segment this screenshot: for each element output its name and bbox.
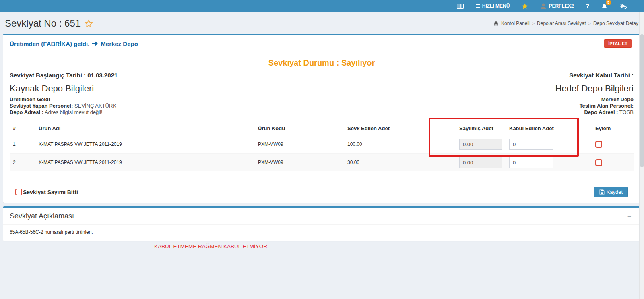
accept-date-label: Sevkiyat Kabul Tarihi : [569, 72, 634, 79]
notification-badge: 5 [606, 0, 611, 5]
username-label: PERFLEX2 [549, 3, 574, 9]
target-address-label: Depo Adresi : [584, 109, 618, 115]
row-action-checkbox[interactable] [595, 159, 602, 166]
breadcrumb-middle-label: Depolar Arası Sevkiyat [537, 21, 586, 26]
grid-icon [457, 4, 464, 9]
col-header-accepted: Kabul Edilen Adet [506, 122, 574, 135]
source-address-value: Adres bilgisi mevut değil! [45, 109, 103, 115]
user-icon [540, 3, 547, 9]
shipment-route-title: Üretimden (FABRİKA) geldi. Merkez Depo [10, 40, 138, 47]
table-row: 2 X-MAT PASPAS VW JETTA 2011-2019 PXM-VW… [10, 154, 634, 172]
col-header-no: # [10, 122, 35, 135]
cancel-shipment-button[interactable]: İPTAL ET [604, 39, 632, 48]
shipment-panel-footer: Sevkiyat Sayımı Bitti Kaydet [3, 182, 640, 203]
save-button[interactable]: Kaydet [594, 187, 628, 197]
breadcrumb-home[interactable]: Kontol Paneli [493, 21, 530, 26]
arrow-right-icon [92, 41, 98, 46]
source-origin: Üretimden Geldi [10, 96, 116, 103]
col-header-name: Ürün Adı [35, 122, 255, 135]
sidebar-toggle-icon[interactable] [3, 1, 16, 11]
row-sent-qty: 30.00 [344, 154, 456, 172]
row-sent-qty: 100.00 [344, 135, 456, 154]
quick-menu-label: HIZLI MENÜ [482, 3, 510, 9]
annotation-note: KABUL ETMEME RAĞMEN KABUL ETMİYOR [154, 243, 267, 249]
shipment-panel-header: Üretimden (FABRİKA) geldi. Merkez Depo İ… [3, 35, 640, 51]
table-header-row: # Ürün Adı Ürün Kodu Sevk Edilen Adet Sa… [10, 122, 634, 135]
counted-qty-input [459, 157, 502, 168]
favorites-button[interactable] [522, 3, 528, 9]
page-title: Sevkiyat No : 651 [5, 18, 93, 29]
save-button-label: Kaydet [607, 189, 623, 195]
row-action-checkbox[interactable] [595, 141, 602, 148]
source-personnel-value: SEVİNÇ AKTÜRK [74, 103, 116, 109]
breadcrumb-current: Depo Sevkiyat Detay [588, 21, 639, 26]
shipment-description-panel: Sevkiyat Açıklaması − 65A-65B-56C-2 numa… [3, 206, 640, 241]
row-product-code: PXM-VW09 [255, 154, 344, 172]
accepted-qty-input[interactable] [509, 139, 553, 150]
table-row: 1 X-MAT PASPAS VW JETTA 2011-2019 PXM-VW… [10, 135, 634, 154]
vertical-scrollbar[interactable] [639, 12, 644, 299]
breadcrumb-home-label: Kontol Paneli [501, 21, 530, 26]
row-product-code: PXM-VW09 [255, 135, 344, 154]
products-table: # Ürün Adı Ürün Kodu Sevk Edilen Adet Sa… [10, 122, 634, 171]
dashboard-icon [493, 21, 499, 26]
start-date-label: Sevkiyat Başlangıç Tarihi : 01.03.2021 [10, 72, 118, 79]
scrollbar-thumb[interactable] [640, 34, 644, 167]
row-no: 1 [10, 135, 35, 154]
description-text: 65A-65B-56C-2 numaralı parti ürünleri. [3, 224, 640, 241]
source-depot-title: Kaynak Depo Bilgileri [10, 83, 94, 94]
breadcrumb-middle[interactable]: Depolar Arası Sevkiyat [532, 21, 586, 26]
help-button[interactable]: ? [586, 3, 589, 9]
shipment-target-label: Merkez Depo [101, 40, 138, 47]
content-area: Sevkiyat No : 651 Kontol Paneli Depolar … [3, 12, 640, 241]
source-depot-info: Üretimden Geldi Sevkiyat Yapan Personel:… [10, 96, 116, 116]
breadcrumb: Kontol Paneli Depolar Arası Sevkiyat Dep… [493, 21, 638, 26]
col-header-sent: Sevk Edilen Adet [344, 122, 456, 135]
target-depot-name: Merkez Depo [580, 96, 634, 103]
favorite-star-icon[interactable] [85, 19, 93, 27]
shipment-source-label: Üretimden (FABRİKA) geldi. [10, 40, 89, 47]
description-panel-title: Sevkiyat Açıklaması [10, 212, 74, 220]
breadcrumb-current-label: Depo Sevkiyat Detay [593, 21, 638, 26]
col-header-code: Ürün Kodu [255, 122, 344, 135]
grid-icon[interactable] [457, 4, 464, 9]
counted-qty-input [459, 139, 502, 150]
row-product-name: X-MAT PASPAS VW JETTA 2011-2019 [35, 135, 255, 154]
top-navbar: HIZLI MENÜ PERFLEX2 ? 5 [0, 0, 644, 12]
quick-menu-button[interactable]: HIZLI MENÜ [476, 3, 510, 9]
target-personnel-label: Teslim Alan Personel: [580, 103, 634, 109]
count-done-checkbox[interactable] [15, 189, 22, 195]
shipment-detail-panel: Üretimden (FABRİKA) geldi. Merkez Depo İ… [3, 34, 640, 203]
col-header-counted: Sayılmış Adet [456, 122, 506, 135]
question-icon: ? [586, 3, 589, 9]
collapse-icon[interactable]: − [625, 214, 634, 218]
menu-icon [476, 4, 480, 8]
save-icon [599, 189, 605, 195]
target-depot-title: Hedef Depo Bilgileri [555, 83, 634, 94]
star-icon [522, 3, 528, 9]
page-title-text: Sevkiyat No : 651 [5, 18, 80, 29]
target-depot-info: Merkez Depo Teslim Alan Personel: Depo A… [580, 96, 634, 116]
col-header-action: Eylem [574, 122, 634, 135]
shipment-status: Sevkiyat Durumu : Sayılıyor [10, 58, 634, 68]
settings-button[interactable] [619, 3, 627, 9]
count-done-label: Sevkiyat Sayımı Bitti [23, 189, 78, 195]
row-no: 2 [10, 154, 35, 172]
target-address-value: TOSB [619, 109, 634, 115]
row-product-name: X-MAT PASPAS VW JETTA 2011-2019 [35, 154, 255, 172]
user-menu[interactable]: PERFLEX2 [540, 3, 574, 9]
accepted-qty-input[interactable] [509, 157, 553, 168]
source-personnel-label: Sevkiyat Yapan Personel: [10, 103, 73, 109]
notifications-button[interactable]: 5 [601, 3, 607, 9]
source-address-label: Depo Adresi : [10, 109, 43, 115]
cogs-icon [619, 3, 627, 9]
